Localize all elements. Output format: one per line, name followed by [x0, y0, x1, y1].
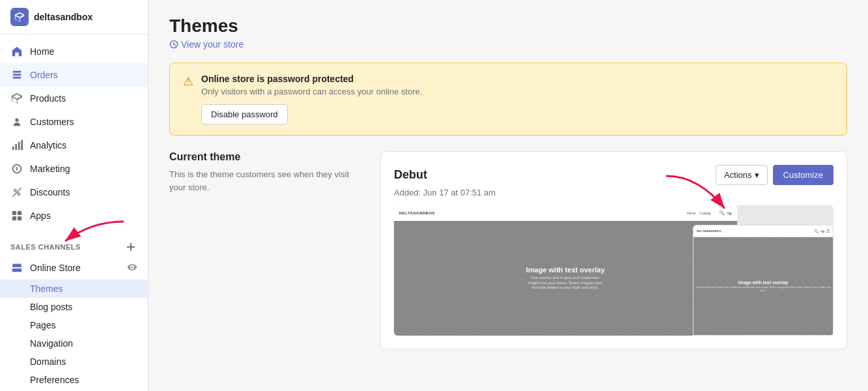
sidebar-subitem-themes[interactable]: Themes: [0, 280, 148, 298]
sidebar-item-apps[interactable]: Apps: [0, 204, 148, 227]
sales-channels-section-header: SALES CHANNELS: [0, 233, 148, 256]
svg-rect-6: [18, 142, 20, 151]
theme-card-header: Debut Actions ▾ Customize: [394, 165, 833, 185]
sidebar-subitem-domains[interactable]: Domains: [0, 353, 148, 371]
chevron-down-icon: ▾: [755, 170, 759, 180]
customize-button[interactable]: Customize: [773, 165, 833, 185]
sidebar-item-analytics-label: Analytics: [30, 140, 66, 151]
marketing-icon: [10, 162, 23, 175]
view-store-link[interactable]: View your store: [169, 39, 847, 50]
main-content: Themes View your store ⚠ Online store is…: [148, 0, 868, 391]
orders-icon: [10, 68, 23, 81]
mobile-hero-text: Image with text overlay Use overlay text…: [693, 278, 833, 295]
navigation-label: Navigation: [30, 338, 73, 349]
home-icon: [10, 45, 23, 58]
banner-subtitle: Only visitors with a password can access…: [201, 87, 833, 96]
svg-rect-9: [18, 211, 21, 215]
svg-rect-11: [18, 216, 21, 220]
password-banner: ⚠ Online store is password protected Onl…: [169, 63, 847, 136]
theme-section: Current theme This is the theme customer…: [169, 151, 847, 349]
sidebar-item-marketing-label: Marketing: [30, 164, 70, 174]
sidebar-item-home-label: Home: [30, 46, 54, 57]
domains-label: Domains: [30, 356, 66, 367]
mobile-nav-icons: 🔍 🛍 ☰: [814, 229, 830, 233]
mobile-nav-bar: DELTASANDBOX 🔍 🛍 ☰: [693, 225, 833, 237]
theme-actions: Actions ▾ Customize: [716, 165, 833, 185]
mobile-menu-icon: ☰: [826, 229, 830, 233]
svg-rect-8: [12, 211, 16, 215]
desktop-link2: Catalog: [699, 211, 710, 215]
disable-password-button[interactable]: Disable password: [201, 104, 288, 124]
store-logo-area: deltasandbox: [0, 0, 148, 35]
sidebar-item-analytics[interactable]: Analytics: [0, 134, 148, 157]
mobile-cart-icon: 🛍: [820, 229, 824, 233]
mobile-hero: Image with text overlay Use overlay text…: [693, 237, 833, 335]
theme-name: Debut: [394, 168, 427, 182]
sidebar-subitem-blog-posts[interactable]: Blog posts: [0, 298, 148, 316]
search-icon: 🔍: [719, 210, 725, 216]
svg-rect-7: [21, 140, 23, 150]
analytics-icon: [10, 139, 23, 152]
blog-posts-label: Blog posts: [30, 302, 72, 312]
add-sales-channel-button[interactable]: [124, 240, 137, 253]
banner-content: Online store is password protected Only …: [201, 74, 833, 124]
online-store-icon: [10, 261, 23, 274]
desktop-hero-subtitle: Use overlay text to give your customers …: [526, 276, 604, 291]
mobile-preview: DELTASANDBOX 🔍 🛍 ☰ Image with text overl…: [693, 225, 833, 336]
desktop-nav-bar: DELTASANDBOX Home Catalog 🔍 🛍: [394, 205, 737, 221]
mobile-hero-subtitle: Use overlay text to give your customers …: [696, 286, 830, 293]
view-store-label: View your store: [181, 39, 244, 50]
products-icon: [10, 92, 23, 105]
apps-icon: [10, 209, 23, 222]
current-theme-info: Current theme This is the theme customer…: [169, 151, 365, 194]
desktop-nav-icons: 🔍 🛍: [719, 210, 732, 216]
svg-rect-1: [13, 74, 21, 76]
svg-rect-10: [12, 216, 16, 220]
banner-title: Online store is password protected: [201, 74, 833, 84]
sidebar-item-home[interactable]: Home: [0, 40, 148, 63]
desktop-link1: Home: [687, 211, 695, 215]
customers-icon: [10, 115, 23, 128]
sales-channels-label: SALES CHANNELS: [10, 243, 81, 251]
sidebar-subitem-preferences[interactable]: Preferences: [0, 371, 148, 389]
sidebar-item-orders[interactable]: Orders: [0, 63, 148, 87]
sidebar-item-customers-label: Customers: [30, 117, 74, 127]
desktop-nav-links: Home Catalog: [687, 211, 711, 215]
preferences-label: Preferences: [30, 375, 79, 385]
pages-label: Pages: [30, 320, 56, 330]
svg-point-3: [15, 119, 18, 122]
eye-icon[interactable]: [127, 262, 137, 274]
sidebar-item-marketing[interactable]: Marketing: [0, 157, 148, 181]
sidebar-item-orders-label: Orders: [30, 70, 58, 80]
actions-button[interactable]: Actions ▾: [716, 165, 768, 185]
sidebar: deltasandbox Home Orders Products: [0, 0, 148, 391]
main-nav: Home Orders Products Customers: [0, 35, 148, 233]
themes-label: Themes: [30, 283, 63, 294]
online-store-left: Online Store: [10, 261, 81, 274]
sidebar-subitem-navigation[interactable]: Navigation: [0, 334, 148, 353]
sidebar-item-discounts-label: Discounts: [30, 187, 70, 197]
sidebar-item-products-label: Products: [30, 93, 66, 104]
mobile-hero-title: Image with text overlay: [696, 280, 830, 285]
sidebar-item-online-store[interactable]: Online Store: [0, 256, 148, 280]
sidebar-item-apps-label: Apps: [30, 210, 51, 221]
actions-label: Actions: [724, 170, 752, 180]
desktop-hero: Image with text overlay Use overlay text…: [394, 221, 737, 336]
sidebar-item-customers[interactable]: Customers: [0, 110, 148, 134]
desktop-hero-text: Image with text overlay Use overlay text…: [521, 261, 610, 296]
warning-icon: ⚠: [183, 74, 193, 89]
desktop-preview: DELTASANDBOX Home Catalog 🔍 🛍: [394, 205, 737, 336]
svg-rect-0: [13, 71, 21, 73]
current-theme-title: Current theme: [169, 151, 365, 163]
desktop-hero-title: Image with text overlay: [526, 266, 605, 274]
theme-date: Added: Jun 17 at 07:51 am: [394, 188, 833, 197]
sidebar-subitem-pages[interactable]: Pages: [0, 316, 148, 334]
mobile-search-icon: 🔍: [814, 229, 819, 233]
online-store-label: Online Store: [30, 263, 81, 273]
sidebar-item-products[interactable]: Products: [0, 87, 148, 110]
page-title: Themes: [169, 16, 847, 36]
discounts-icon: [10, 186, 23, 199]
sidebar-item-discounts[interactable]: Discounts: [0, 181, 148, 204]
cart-icon: 🛍: [727, 211, 732, 216]
svg-rect-5: [15, 144, 17, 150]
